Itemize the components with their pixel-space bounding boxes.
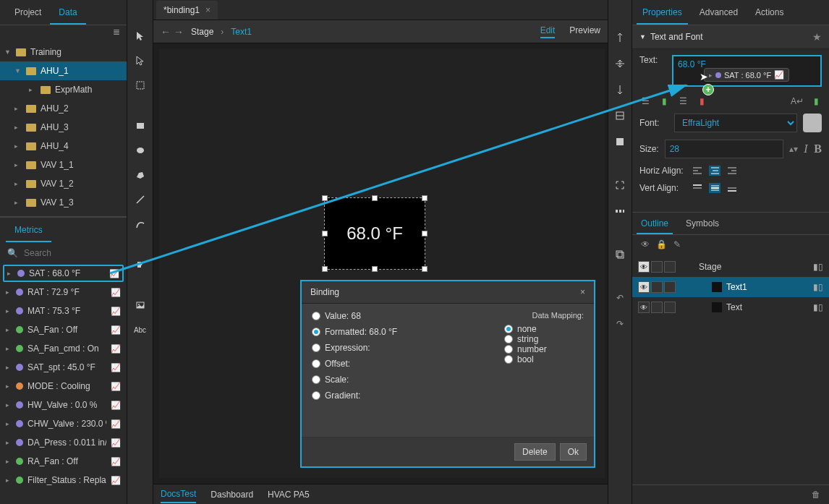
metric-item[interactable]: ▸SAT_spt : 45.0 °F📈 [0,358,127,377]
halign-left-icon[interactable] [692,166,703,176]
tab-project[interactable]: Project [6,0,50,25]
tree-node-exprmath[interactable]: ▸ExprMath [0,80,127,99]
binding-option[interactable]: Offset: [312,359,490,369]
halign-center-icon[interactable] [709,166,720,176]
text-format-icon-3[interactable]: ▮ [696,96,707,106]
metric-item[interactable]: ▸MODE : Cooling📈 [0,377,127,396]
puzzle-tool-icon[interactable] [133,257,148,272]
tree-node-ahu_4[interactable]: ▸AHU_4 [0,137,127,155]
binding-option[interactable]: Scale: [312,375,490,385]
binding-drag-tag[interactable]: ▸ SAT : 68.0 °F 📈 [704,68,789,82]
trash-icon[interactable]: 🗑 [810,490,822,500]
text-format-icon-4[interactable]: ▮ [810,96,822,106]
text-format-icon-2[interactable]: ☰ [677,96,689,106]
metric-item[interactable]: ▸MAT : 75.3 °F📈 [0,302,127,320]
tree-node-vav-1_1[interactable]: ▸VAV 1_1 [0,155,127,174]
resize-handle-se[interactable] [422,266,428,272]
close-tab-icon[interactable]: × [205,5,211,15]
binding-option[interactable]: Value: 68 [312,311,490,321]
halign-right-icon[interactable] [726,166,738,176]
binding-ok-button[interactable]: Ok [560,443,587,461]
tab-outline[interactable]: Outline [637,213,673,234]
selected-text-element[interactable]: 68.0 °F [324,197,425,270]
mapping-option[interactable]: none [504,324,584,334]
tree-node-ahu_3[interactable]: ▸AHU_3 [0,118,127,137]
ellipse-tool-icon[interactable] [133,143,148,158]
metric-item[interactable]: ▸SA_Fan : Off📈 [0,320,127,339]
tree-node-vav-1_2[interactable]: ▸VAV 1_2 [0,174,127,193]
resize-handle-n[interactable] [372,195,378,201]
align-bottom-icon[interactable] [613,82,627,97]
align-vcenter-icon[interactable] [613,56,627,71]
size-input[interactable] [665,140,783,158]
binding-option[interactable]: Expression: [312,343,490,353]
polygon-tool-icon[interactable] [133,168,148,182]
bold-icon[interactable]: B [814,144,822,154]
mapping-option[interactable]: string [504,334,584,344]
line-tool-icon[interactable] [133,192,148,207]
binding-option[interactable]: Formatted: 68.0 °F [312,327,490,337]
tree-node-ahu_1[interactable]: ▼AHU_1 [0,61,127,80]
visibility-icon[interactable]: 👁 [639,239,651,249]
tree-node-training[interactable]: ▼Training [0,43,127,61]
metric-item[interactable]: ▸HW_Valve : 0.0 %📈 [0,396,127,414]
metric-item[interactable]: ▸RAT : 72.9 °F📈 [0,283,127,302]
metric-item[interactable]: ▸CHW_Valve : 230.0 %📈 [0,414,127,433]
breadcrumb-stage[interactable]: Stage [191,27,213,37]
edit-icon[interactable]: ✎ [671,239,683,249]
marquee-tool-icon[interactable] [133,78,148,93]
mode-preview[interactable]: Preview [569,25,600,38]
tab-symbols[interactable]: Symbols [681,213,723,234]
metrics-search-input[interactable] [24,248,132,258]
expand-icon[interactable] [613,178,627,192]
rectangle-tool-icon[interactable] [133,119,148,133]
resize-handle-e[interactable] [422,231,428,236]
layers-icon[interactable] [613,247,627,262]
metric-item[interactable]: ▸Filter_Status : Replace📈 [0,471,127,490]
metric-item[interactable]: ▸SAT : 68.0 °F📈 [3,265,124,282]
metric-item[interactable]: ▸RA_Fan : Off📈 [0,452,127,471]
valign-middle-icon[interactable] [709,183,720,193]
valign-top-icon[interactable] [692,183,703,193]
lock-icon[interactable]: 🔒 [655,239,667,249]
tree-node-vav-1_3[interactable]: ▸VAV 1_3 [0,193,127,212]
bottom-tab-dashboard[interactable]: Dashboard [211,487,253,503]
tab-actions[interactable]: Actions [749,0,789,25]
bottom-tab-hvac-pa5[interactable]: HVAC PA5 [268,487,310,503]
text-tool-icon[interactable]: Abc [133,323,148,337]
resize-handle-sw[interactable] [322,266,328,272]
bottom-tab-docstest[interactable]: DocsTest [161,486,196,503]
outline-row-text[interactable]: 👁Text▮▯ [632,297,829,317]
breadcrumb-text1[interactable]: Text1 [231,27,252,37]
distribute-icon[interactable] [613,204,627,218]
search-icon[interactable]: 🔍 [7,248,18,258]
binding-delete-button[interactable]: Delete [514,443,556,461]
binding-close-icon[interactable]: × [580,287,585,297]
mapping-option[interactable]: bool [504,354,584,364]
nav-back-icon[interactable]: ← [161,26,171,38]
redo-icon[interactable]: ↷ [613,317,627,331]
mode-edit[interactable]: Edit [540,25,556,38]
align-top-icon[interactable] [613,30,627,45]
file-tab-binding1[interactable]: *binding1 × [156,1,218,20]
resize-handle-s[interactable] [372,266,378,272]
text-wrap-icon[interactable]: A↵ [791,96,803,106]
image-tool-icon[interactable] [133,298,148,312]
resize-handle-w[interactable] [322,231,328,236]
binding-option[interactable]: Gradient: [312,390,490,401]
tree-node-ahu_2[interactable]: ▸AHU_2 [0,99,127,118]
tab-properties[interactable]: Properties [637,0,688,25]
direct-select-tool-icon[interactable] [133,54,148,68]
valign-bottom-icon[interactable] [726,183,738,193]
font-select[interactable]: EffraLight [674,114,797,132]
resize-handle-nw[interactable] [322,195,328,201]
text-format-icon-1[interactable]: ▮ [658,96,670,106]
text-align-icon-1[interactable]: ☰ [639,96,651,106]
fit-width-icon[interactable] [613,108,627,123]
outline-row-stage[interactable]: 👁Stage▮▯ [632,257,829,277]
mapping-option[interactable]: number [504,344,584,354]
undo-icon[interactable]: ↶ [613,291,627,305]
selection-tool-icon[interactable] [133,29,148,43]
favorite-icon[interactable]: ★ [812,31,822,43]
metric-item[interactable]: ▸DA_Press : 0.011 in/wc📈 [0,433,127,452]
